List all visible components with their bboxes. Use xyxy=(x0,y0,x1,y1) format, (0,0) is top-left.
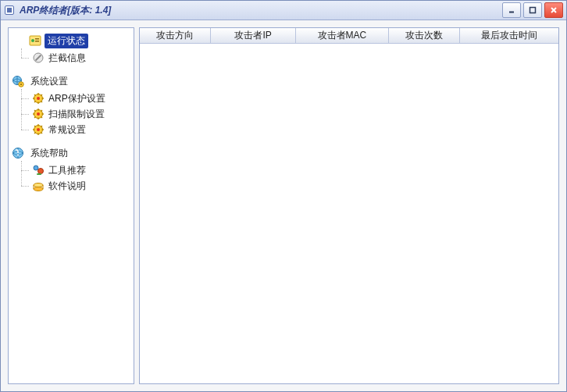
app-icon xyxy=(4,5,15,16)
tree-item-label: 拦截信息 xyxy=(48,52,86,65)
tree-item-label: 工具推荐 xyxy=(48,164,86,177)
window-title: ARP终结者[版本: 1.4] xyxy=(20,4,502,17)
tree-item-settings[interactable]: 系统设置 xyxy=(12,73,130,89)
svg-point-14 xyxy=(20,84,22,85)
tree-item-label: 运行状态 xyxy=(45,34,88,48)
tree-group-help: 系统帮助 工具推荐 xyxy=(12,145,130,197)
tree-item-general-settings[interactable]: 常规设置 xyxy=(12,122,130,137)
status-icon xyxy=(29,34,41,47)
tree-item-label: ARP保护设置 xyxy=(48,92,105,105)
client-area: 运行状态 拦截信息 xyxy=(1,20,566,391)
tools-icon xyxy=(32,164,45,176)
tree-item-arp-protect[interactable]: ARP保护设置 xyxy=(12,91,130,106)
main-panel: 攻击方向 攻击者IP 攻击者MAC 攻击次数 最后攻击时间 xyxy=(139,27,559,384)
table-body[interactable] xyxy=(140,44,558,383)
svg-point-46 xyxy=(17,155,19,156)
svg-rect-9 xyxy=(35,41,39,42)
column-header-attacker-ip[interactable]: 攻击者IP xyxy=(211,28,296,43)
tree-item-help[interactable]: 系统帮助 xyxy=(12,145,130,161)
sidebar: 运行状态 拦截信息 xyxy=(8,27,134,384)
svg-point-50 xyxy=(34,187,43,191)
svg-point-34 xyxy=(37,112,40,116)
maximize-button[interactable] xyxy=(523,2,542,18)
column-header-count[interactable]: 攻击次数 xyxy=(389,28,460,43)
tree-item-label: 扫描限制设置 xyxy=(48,108,105,121)
tree-item-label: 系统设置 xyxy=(27,74,71,89)
tree-item-manual[interactable]: 软件说明 xyxy=(12,178,130,194)
app-window: ARP终结者[版本: 1.4] xyxy=(0,0,567,392)
tree-item-label: 软件说明 xyxy=(48,180,86,193)
gear-star-icon xyxy=(32,123,45,136)
column-header-attacker-mac[interactable]: 攻击者MAC xyxy=(296,28,388,43)
tree-item-label: 系统帮助 xyxy=(27,146,71,161)
tree-group-settings: 系统设置 xyxy=(12,73,130,141)
table-header-row: 攻击方向 攻击者IP 攻击者MAC 攻击次数 最后攻击时间 xyxy=(140,28,558,44)
svg-rect-1 xyxy=(7,8,12,12)
svg-point-51 xyxy=(34,184,43,187)
minimize-button[interactable] xyxy=(502,2,521,18)
svg-point-48 xyxy=(38,169,44,174)
globe-gear-icon xyxy=(12,75,24,87)
close-button[interactable] xyxy=(544,2,563,18)
tree-group-status: 运行状态 拦截信息 xyxy=(12,33,130,69)
gear-star-icon xyxy=(32,92,45,105)
tree-item-status[interactable]: 运行状态 xyxy=(12,33,130,48)
tree-item-block-info[interactable]: 拦截信息 xyxy=(12,50,130,66)
svg-point-47 xyxy=(34,166,38,170)
svg-rect-49 xyxy=(37,173,41,175)
tree-item-label: 常规设置 xyxy=(48,123,86,137)
column-header-last-time[interactable]: 最后攻击时间 xyxy=(460,28,558,43)
svg-rect-3 xyxy=(530,8,536,13)
tree-item-scan-limit[interactable]: 扫描限制设置 xyxy=(12,106,130,122)
svg-point-7 xyxy=(31,39,34,42)
globe-help-icon xyxy=(12,147,24,159)
gear-star-icon xyxy=(32,108,45,120)
svg-point-44 xyxy=(37,128,40,131)
svg-rect-8 xyxy=(35,38,39,40)
svg-point-24 xyxy=(37,97,40,100)
titlebar[interactable]: ARP终结者[版本: 1.4] xyxy=(1,1,566,20)
window-controls xyxy=(502,2,563,18)
column-header-direction[interactable]: 攻击方向 xyxy=(140,28,211,43)
block-icon xyxy=(32,52,45,64)
manual-icon xyxy=(32,180,45,192)
tree-item-tools[interactable]: 工具推荐 xyxy=(12,162,130,178)
nav-tree: 运行状态 拦截信息 xyxy=(12,33,130,197)
